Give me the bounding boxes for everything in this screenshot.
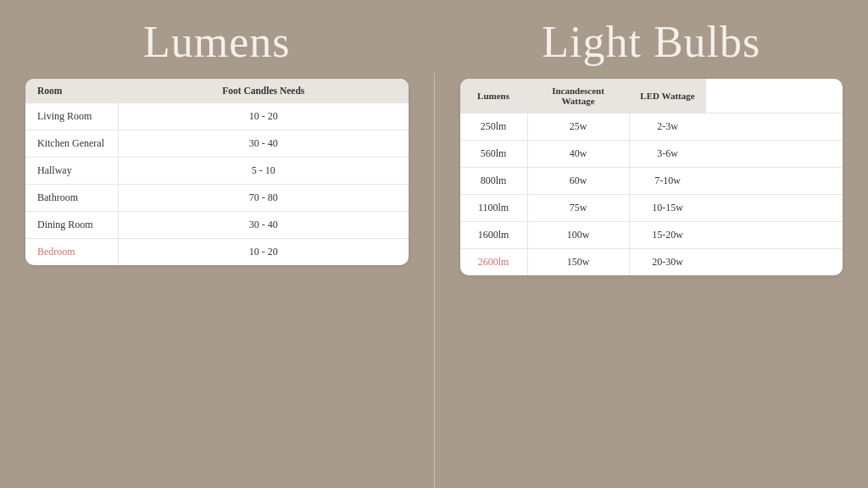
- lightbulbs-section: Light Bulbs Lumens Incandescent Wattage …: [460, 17, 843, 275]
- incandescent-cell: 40w: [528, 141, 630, 167]
- foot-candles-cell: 70 - 80: [119, 185, 409, 211]
- table-row: Bedroom10 - 20: [25, 239, 409, 265]
- table-row: 2600lm150w20-30w: [460, 249, 843, 275]
- foot-candles-cell: 10 - 20: [119, 103, 409, 130]
- table-row: Dining Room30 - 40: [25, 212, 409, 239]
- incandescent-cell: 60w: [528, 168, 630, 194]
- foot-candles-cell: 10 - 20: [119, 239, 409, 265]
- incandescent-cell: 75w: [528, 195, 630, 221]
- led-cell: 20-30w: [630, 249, 706, 275]
- led-header: LED Wattage: [630, 79, 706, 113]
- lumens-cell: 2600lm: [460, 249, 528, 275]
- led-cell: 10-15w: [630, 195, 706, 221]
- foot-candles-cell: 5 - 10: [119, 158, 409, 184]
- lumens-cell: 1100lm: [460, 195, 528, 221]
- table-row: 1100lm75w10-15w: [460, 195, 843, 222]
- lumens-table-header: Room Foot Candles Needs: [25, 79, 409, 103]
- incandescent-cell: 150w: [528, 249, 630, 275]
- page-wrapper: Lumens Room Foot Candles Needs Living Ro…: [0, 0, 868, 488]
- led-cell: 2-3w: [630, 114, 706, 140]
- lumens-header: Lumens: [460, 79, 528, 113]
- lumens-cell: 250lm: [460, 114, 528, 140]
- lumens-title: Lumens: [143, 17, 291, 67]
- table-row: Bathroom70 - 80: [25, 185, 409, 212]
- foot-candles-header: Foot Candles Needs: [119, 79, 409, 103]
- incandescent-cell: 100w: [528, 222, 630, 248]
- lumens-cell: 1600lm: [460, 222, 528, 248]
- table-row: Hallway5 - 10: [25, 158, 409, 185]
- lightbulbs-table-header: Lumens Incandescent Wattage LED Wattage: [460, 79, 843, 114]
- led-cell: 7-10w: [630, 168, 706, 194]
- table-row: Living Room10 - 20: [25, 103, 409, 130]
- foot-candles-cell: 30 - 40: [119, 212, 409, 238]
- room-cell: Hallway: [25, 158, 119, 184]
- lumens-section: Lumens Room Foot Candles Needs Living Ro…: [25, 17, 409, 265]
- room-cell: Bedroom: [25, 239, 119, 265]
- lumens-cell: 560lm: [460, 141, 528, 167]
- lumens-cell: 800lm: [460, 168, 528, 194]
- incandescent-header: Incandescent Wattage: [528, 79, 630, 113]
- incandescent-cell: 25w: [528, 114, 630, 140]
- room-cell: Living Room: [25, 103, 119, 130]
- room-cell: Kitchen General: [25, 130, 119, 157]
- lumens-table: Room Foot Candles Needs Living Room10 - …: [25, 79, 409, 265]
- lightbulbs-title: Light Bulbs: [542, 17, 760, 67]
- table-row: 250lm25w2-3w: [460, 114, 843, 141]
- table-row: 1600lm100w15-20w: [460, 222, 843, 249]
- lightbulbs-table: Lumens Incandescent Wattage LED Wattage …: [460, 79, 843, 275]
- table-row: Kitchen General30 - 40: [25, 130, 409, 158]
- table-row: 800lm60w7-10w: [460, 168, 843, 195]
- room-cell: Dining Room: [25, 212, 119, 238]
- foot-candles-cell: 30 - 40: [119, 130, 409, 157]
- led-cell: 3-6w: [630, 141, 706, 167]
- led-cell: 15-20w: [630, 222, 706, 248]
- section-divider: [434, 73, 435, 488]
- table-row: 560lm40w3-6w: [460, 141, 843, 168]
- room-header: Room: [25, 79, 119, 103]
- room-cell: Bathroom: [25, 185, 119, 211]
